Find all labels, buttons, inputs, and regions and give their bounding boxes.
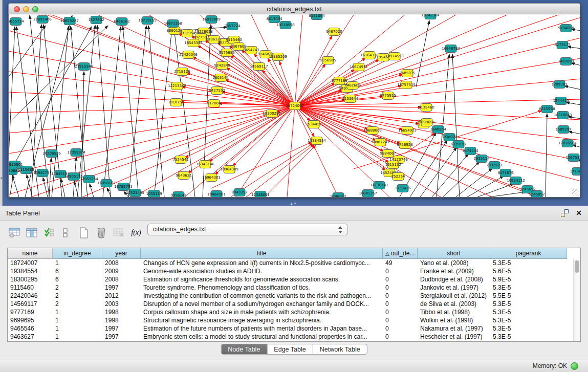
row-height-icon[interactable] bbox=[58, 226, 73, 240]
graph-node[interactable]: 1244415 bbox=[553, 97, 569, 105]
graph-node[interactable]: 7857224 bbox=[224, 23, 241, 30]
graph-node[interactable]: 1467059 bbox=[558, 58, 574, 65]
graph-node[interactable]: 9643621 bbox=[176, 172, 191, 180]
graph-node[interactable]: 2153644 bbox=[342, 95, 358, 103]
graph-node[interactable]: 18742304 bbox=[421, 14, 440, 19]
network-canvas[interactable]: 1872400788601288912954182260589827503165… bbox=[8, 14, 580, 198]
tab-network-table[interactable]: Network Table bbox=[313, 344, 367, 354]
table-row[interactable]: 1938455462009Genome-wide association stu… bbox=[8, 267, 567, 275]
graph-node[interactable]: 1527602 bbox=[88, 16, 104, 24]
table-vertical-scrollbar[interactable] bbox=[573, 259, 580, 341]
graph-node[interactable]: 9242848 bbox=[214, 62, 230, 70]
graph-node[interactable]: 10654112 bbox=[507, 177, 525, 185]
graph-node[interactable]: 6938923 bbox=[441, 134, 457, 141]
graph-node[interactable]: 9245052 bbox=[529, 191, 545, 198]
graph-node[interactable]: 10674931 bbox=[350, 63, 368, 71]
graph-node[interactable]: 7524541 bbox=[172, 156, 188, 164]
graph-node[interactable]: 16041357 bbox=[359, 190, 377, 198]
graph-node[interactable]: 16648784 bbox=[442, 45, 460, 53]
graph-node[interactable]: 16671358 bbox=[164, 20, 182, 28]
graph-node[interactable]: 1589297 bbox=[555, 126, 571, 134]
table-row[interactable]: 946362711997Embryonic stem cells: a mode… bbox=[8, 333, 567, 341]
panel-splitter-handle[interactable]: ▲▼ bbox=[290, 202, 297, 205]
graph-node[interactable]: 27691406 bbox=[33, 16, 52, 24]
graph-node[interactable]: 9356147 bbox=[170, 192, 186, 198]
column-header-year[interactable]: year bbox=[102, 248, 141, 259]
west-panel-collapsed[interactable]: ◂ bbox=[0, 0, 3, 206]
graph-node[interactable]: 1167533 bbox=[565, 154, 580, 162]
memory-status-indicator[interactable] bbox=[571, 362, 578, 370]
graph-node[interactable]: 18757515 bbox=[397, 81, 416, 89]
column-header-title[interactable]: title bbox=[141, 248, 383, 259]
graph-node[interactable]: 9467020 bbox=[326, 28, 342, 36]
graph-node[interactable]: 16654923 bbox=[398, 127, 417, 135]
graph-node[interactable]: 1534457 bbox=[306, 121, 321, 128]
graph-node[interactable]: 16343146 bbox=[196, 161, 214, 168]
graph-node[interactable]: 6379197 bbox=[450, 141, 466, 148]
table-row[interactable]: 2242004622012Investigating the contribut… bbox=[8, 292, 567, 300]
graph-node[interactable]: 12213349 bbox=[168, 82, 186, 90]
table-mode-icon[interactable] bbox=[7, 226, 21, 240]
minimize-window-button[interactable] bbox=[23, 6, 29, 12]
graph-node[interactable]: 20206526 bbox=[42, 150, 61, 158]
column-header-short[interactable]: short bbox=[418, 248, 490, 259]
table-row[interactable]: 946554611997Estimation of the future num… bbox=[8, 324, 567, 333]
graph-node[interactable]: 1035119 bbox=[146, 190, 162, 198]
graph-node[interactable]: 8215938 bbox=[539, 105, 555, 113]
table-row[interactable]: 1872400712008Changes of HCN gene express… bbox=[8, 259, 567, 267]
select-all-icon[interactable] bbox=[42, 226, 56, 240]
graph-node[interactable]: 9346012 bbox=[330, 193, 346, 198]
graph-node[interactable]: 252254 bbox=[391, 173, 405, 181]
graph-node[interactable]: 2935114 bbox=[473, 155, 490, 163]
close-panel-icon[interactable]: ✕ bbox=[576, 209, 582, 217]
graph-node[interactable]: 8273573 bbox=[554, 41, 570, 49]
graph-node[interactable]: 1810755 bbox=[168, 99, 184, 106]
table-row[interactable]: 1830029562008Estimation of significance … bbox=[8, 275, 567, 283]
close-window-button[interactable] bbox=[14, 6, 20, 12]
graph-node[interactable]: 10653287 bbox=[60, 17, 79, 25]
column-header-in_degree[interactable]: in_degree bbox=[53, 248, 102, 259]
graph-node[interactable]: 9055714 bbox=[9, 18, 24, 26]
graph-node[interactable]: 16210643 bbox=[554, 112, 572, 119]
new-column-icon[interactable] bbox=[77, 226, 91, 240]
tab-node-table[interactable]: Node Table bbox=[221, 344, 267, 354]
graph-node[interactable]: 10964309 bbox=[220, 166, 238, 173]
graph-node[interactable]: 8943352 bbox=[231, 189, 247, 196]
graph-node[interactable]: 9356985 bbox=[320, 57, 336, 64]
graph-node[interactable]: 1115688 bbox=[18, 166, 34, 174]
scrollbar-thumb[interactable] bbox=[575, 260, 579, 273]
panel-collapse-arrow-icon[interactable]: ◂ bbox=[0, 176, 2, 180]
graph-node[interactable]: 1209387 bbox=[551, 81, 567, 89]
graph-node[interactable]: 16958167 bbox=[97, 180, 116, 187]
graph-node[interactable]: 1640954 bbox=[430, 126, 446, 134]
graph-node[interactable]: 917004 bbox=[207, 100, 221, 107]
network-window-titlebar[interactable]: citations_edges.txt bbox=[8, 3, 580, 14]
graph-node[interactable]: 11346091 bbox=[251, 191, 270, 198]
graph-node[interactable]: 7932621 bbox=[486, 162, 502, 169]
graph-node[interactable]: 6466162 bbox=[114, 18, 129, 26]
table-source-select[interactable]: citations_edges.txt bbox=[147, 224, 348, 235]
graph-node[interactable]: 22420046 bbox=[179, 51, 198, 59]
graph-node[interactable]: 9135460 bbox=[418, 104, 434, 112]
graph-node[interactable]: 10464301 bbox=[207, 191, 226, 198]
graph-node[interactable]: 7485035 bbox=[399, 70, 415, 77]
delete-column-icon[interactable] bbox=[94, 226, 108, 240]
tab-edge-table[interactable]: Edge Table bbox=[267, 344, 312, 354]
graph-node[interactable]: 14136141 bbox=[370, 182, 388, 189]
graph-node[interactable]: 1773465 bbox=[570, 168, 580, 176]
graph-node[interactable]: 14569117 bbox=[250, 63, 268, 71]
show-columns-icon[interactable] bbox=[25, 226, 39, 240]
graph-node[interactable]: 8454743 bbox=[243, 47, 259, 54]
table-row[interactable]: 911546021997Tourette syndrome. Phenomeno… bbox=[8, 283, 567, 292]
column-header-pagerank[interactable]: pagerank bbox=[490, 248, 567, 259]
graph-node[interactable]: 19384554 bbox=[308, 137, 326, 145]
graph-node[interactable]: 17016504 bbox=[558, 140, 577, 147]
graph-node[interactable]: 1615132 bbox=[385, 161, 401, 169]
graph-node[interactable]: 8427552 bbox=[209, 87, 225, 95]
graph-node[interactable]: 9756928 bbox=[397, 141, 412, 149]
graph-node[interactable]: 1733426 bbox=[395, 185, 411, 192]
canvas-resize-grip[interactable] bbox=[572, 189, 579, 196]
graph-node[interactable]: 9699695 bbox=[419, 119, 434, 126]
column-header-out_de[interactable]: △out_de... bbox=[383, 248, 418, 259]
graph-node[interactable]: 8131054 bbox=[309, 14, 325, 20]
